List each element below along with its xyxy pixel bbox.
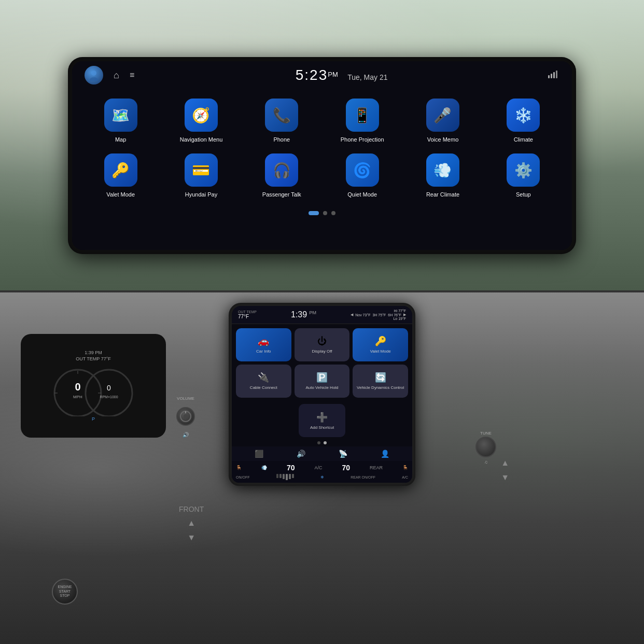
svg-text:RPM×1000: RPM×1000 <box>100 395 118 399</box>
app-icon-passenger[interactable]: 🎧Passenger Talk <box>242 148 322 203</box>
bottom-half: 1:39 PM OUT TEMP 77°F 0 MPH 0 RPM×1000 P… <box>0 292 644 644</box>
signal-icon <box>548 70 559 80</box>
volume-knob[interactable] <box>176 407 195 426</box>
app-icon-nav[interactable]: 🧭Navigation Menu <box>161 93 241 148</box>
quick-btn-car-info[interactable]: 🚗Car Info <box>236 328 291 361</box>
hvac-rear-on-off[interactable]: REAR ON/OFF <box>351 475 375 479</box>
quick-btn-cable-connect[interactable]: 🔌Cable Connect <box>236 365 291 398</box>
quick-btn-vehicle-dynamics[interactable]: 🔄Vehicle Dynamics Control <box>353 365 408 398</box>
svg-point-1 <box>90 77 98 81</box>
clock-date-area: 5:23PM Tue, May 21 <box>296 67 388 83</box>
weather-bar: OUT TEMP 77°F 1:39 PM Hi 77°F ◀ Nov 73°F… <box>232 306 412 324</box>
gauge-outtemp: OUT TEMP 77°F <box>76 356 111 361</box>
app-icon-phoneproj[interactable]: 📱Phone Projection <box>322 93 402 148</box>
clock-display: 5:23PM Tue, May 21 <box>296 73 388 81</box>
nav-icon-4[interactable]: 👤 <box>381 450 389 458</box>
top-screen-bezel: ⌂ ≡ 5:23PM Tue, May 21 <box>68 57 576 254</box>
app-icon-setup[interactable]: ⚙️Setup <box>483 148 564 203</box>
center-dot-1 <box>317 441 320 444</box>
quick-btn-auto-hold[interactable]: 🅿️Auto Vehicle Hold <box>295 365 350 398</box>
arrow-down-right[interactable]: ▼ <box>501 473 509 482</box>
page-dot-1 <box>309 211 319 215</box>
svg-point-16 <box>184 414 188 418</box>
quick-access-grid: 🚗Car Info⏻Display Off🔑Valet Mode🔌Cable C… <box>232 324 412 402</box>
hvac-defrost-icon[interactable]: ❄ <box>320 475 324 480</box>
quick-btn-icon-cable-connect: 🔌 <box>258 372 269 383</box>
quick-btn-label-vehicle-dynamics: Vehicle Dynamics Control <box>357 385 404 390</box>
top-half: ⌂ ≡ 5:23PM Tue, May 21 <box>0 0 644 290</box>
app-icon-voicememo[interactable]: 🎤Voice Memo <box>402 93 483 148</box>
nav-icon-1[interactable]: ⬛ <box>255 450 263 458</box>
music-icon: ♫ <box>475 459 496 465</box>
avatar-icon[interactable] <box>85 66 103 85</box>
home-icon[interactable]: ⌂ <box>114 70 119 81</box>
app-icon-phone[interactable]: 📞Phone <box>242 93 322 148</box>
quick-btn-valet-mode[interactable]: 🔑Valet Mode <box>353 328 408 361</box>
app-icon-valet[interactable]: 🔑Valet Mode <box>80 148 161 203</box>
add-shortcut-button[interactable]: ➕ Add Shortcut <box>299 404 345 437</box>
app-icon-box-hyundaipay: 💳 <box>185 153 218 187</box>
app-icon-box-phone: 📞 <box>265 99 298 132</box>
svg-point-7 <box>86 370 132 416</box>
app-icon-label-rearclimate: Rear Climate <box>426 191 459 198</box>
app-icon-label-nav: Navigation Menu <box>180 136 223 143</box>
app-icon-quiet[interactable]: 🌀Quiet Mode <box>322 148 402 203</box>
center-dot-2 <box>324 441 327 444</box>
hvac-ac-label[interactable]: A/C <box>314 465 322 470</box>
volume-label: VOLUME <box>177 396 194 401</box>
app-icon-label-quiet: Quiet Mode <box>347 191 377 198</box>
menu-icon[interactable]: ≡ <box>130 71 135 80</box>
center-time-display: 1:39 PM <box>291 310 316 319</box>
app-icon-box-phoneproj: 📱 <box>346 99 379 132</box>
app-icon-box-setup: ⚙️ <box>507 153 540 187</box>
app-icon-box-voicememo: 🎤 <box>426 99 459 132</box>
page-dot-2 <box>323 211 327 215</box>
app-icon-box-climate: ❄️ <box>507 99 540 132</box>
nav-icon-2[interactable]: 🔊 <box>297 450 305 458</box>
app-icon-rearclimate[interactable]: 💨Rear Climate <box>402 148 483 203</box>
quick-btn-label-cable-connect: Cable Connect <box>250 385 277 390</box>
svg-rect-3 <box>551 74 552 78</box>
center-page-dots <box>232 439 412 446</box>
center-console-bezel: ⚠ OUT TEMP 77°F 1:39 PM Hi 77°F ◀ Nov 73… <box>229 303 415 486</box>
hvac-ac-toggle[interactable]: A/C <box>402 475 408 479</box>
nav-arrows-right: ▲ ▼ <box>501 458 509 482</box>
hvac-on-off[interactable]: ON/OFF <box>236 475 249 479</box>
gauge-cluster: 1:39 PM OUT TEMP 77°F 0 MPH 0 RPM×1000 P <box>21 334 166 438</box>
arrow-up-left[interactable]: ▲ <box>187 519 195 528</box>
hvac-temp-driver: 70 <box>287 464 295 472</box>
front-label: FRONT <box>179 505 204 513</box>
app-icon-label-valet: Valet Mode <box>106 191 135 198</box>
svg-text:0: 0 <box>75 381 80 393</box>
volume-controls: VOLUME 🔊 <box>176 396 195 438</box>
tune-knob[interactable] <box>475 437 496 457</box>
svg-point-6 <box>54 370 101 416</box>
arrow-down-left[interactable]: ▼ <box>187 533 195 542</box>
app-icon-climate[interactable]: ❄️Climate <box>483 93 564 148</box>
app-icon-label-passenger: Passenger Talk <box>262 191 301 198</box>
weather-forecast-area: Hi 77°F ◀ Nov 73°F 3H 75°F 6H 76°F ▶ Lo … <box>351 309 406 320</box>
app-icon-label-climate: Climate <box>514 136 533 143</box>
top-screen: ⌂ ≡ 5:23PM Tue, May 21 <box>72 61 572 250</box>
arrow-up-right[interactable]: ▲ <box>501 458 509 468</box>
top-status-bar: ⌂ ≡ 5:23PM Tue, May 21 <box>72 61 572 89</box>
hvac-seat-icon-l: 🪑 <box>236 465 242 470</box>
quick-btn-label-display-off: Display Off <box>312 349 332 354</box>
engine-start-button[interactable]: ENGINESTARTSTOP <box>52 579 78 605</box>
app-icon-hyundaipay[interactable]: 💳Hyundai Pay <box>161 148 241 203</box>
svg-text:MPH: MPH <box>73 395 82 399</box>
quick-btn-label-valet-mode: Valet Mode <box>370 349 391 354</box>
app-icon-label-setup: Setup <box>516 191 531 198</box>
app-icon-label-map: Map <box>115 136 126 143</box>
svg-rect-5 <box>556 71 557 78</box>
bottom-nav-row: ⬛ 🔊 📡 👤 <box>232 446 412 461</box>
app-icon-map[interactable]: 🗺️Map <box>80 93 161 148</box>
app-icon-label-hyundaipay: Hyundai Pay <box>185 191 217 198</box>
quick-btn-display-off[interactable]: ⏻Display Off <box>295 328 350 361</box>
app-icon-box-passenger: 🎧 <box>265 153 298 187</box>
quick-btn-icon-valet-mode: 🔑 <box>375 335 386 347</box>
app-icon-box-map: 🗺️ <box>104 99 137 132</box>
hvac-seat-icon-r: 🪑 <box>402 465 408 470</box>
nav-icon-3[interactable]: 📡 <box>339 450 347 458</box>
app-icon-box-quiet: 🌀 <box>346 153 379 187</box>
